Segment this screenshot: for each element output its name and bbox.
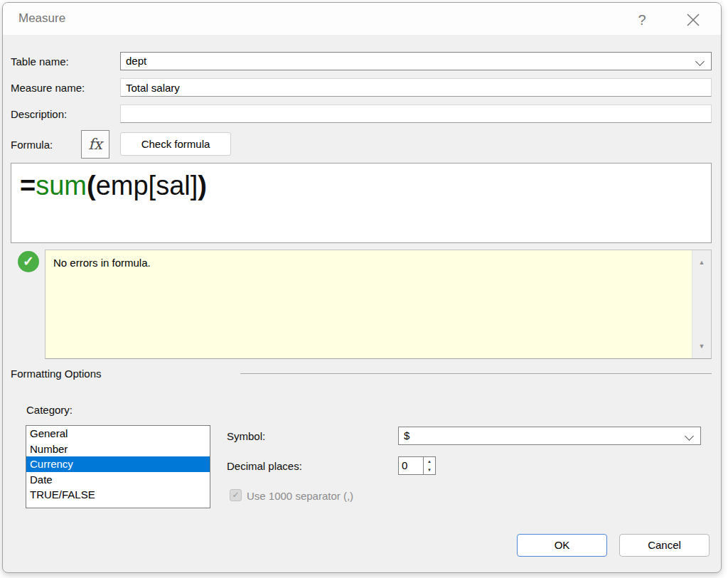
- success-check-icon: ✓: [18, 251, 39, 272]
- formula-segment: =: [20, 171, 36, 200]
- spin-down-icon[interactable]: ▼: [424, 468, 435, 472]
- formula-segment: emp[sal]: [96, 171, 198, 200]
- category-label: Category:: [26, 404, 73, 416]
- formula-editor[interactable]: =sum(emp[sal]): [11, 163, 712, 243]
- category-option-currency[interactable]: Currency: [26, 456, 210, 472]
- measure-dialog: Measure ? Table name: dept Measure name:…: [2, 2, 722, 573]
- category-option-true-false[interactable]: TRUE/FALSE: [26, 487, 210, 503]
- spinner-buttons: ▲ ▼: [423, 456, 436, 475]
- symbol-value: $: [404, 429, 410, 441]
- check-formula-button[interactable]: Check formula: [120, 132, 231, 156]
- scroll-down-icon[interactable]: ▼: [692, 343, 711, 350]
- validation-message: No errors in formula.: [53, 257, 151, 269]
- decimal-places-label: Decimal places:: [227, 460, 302, 472]
- help-icon[interactable]: ?: [631, 9, 653, 31]
- section-divider: [240, 373, 712, 374]
- formula-segment: sum: [36, 171, 87, 200]
- category-option-date[interactable]: Date: [26, 472, 210, 488]
- chevron-down-icon: [695, 57, 705, 66]
- fx-icon: fx: [88, 136, 102, 153]
- symbol-dropdown[interactable]: $: [398, 427, 701, 445]
- category-option-general[interactable]: General: [26, 426, 210, 441]
- category-listbox: General Number Currency Date TRUE/FALSE: [26, 425, 210, 508]
- dialog-title: Measure: [18, 11, 65, 26]
- validation-message-box: No errors in formula. ▲ ▼: [45, 250, 712, 359]
- table-name-dropdown[interactable]: dept: [120, 52, 712, 70]
- measure-name-label: Measure name:: [11, 82, 85, 94]
- scroll-up-icon[interactable]: ▲: [692, 259, 711, 266]
- chevron-down-icon: [685, 432, 694, 441]
- decimal-places-value[interactable]: 0: [398, 456, 424, 475]
- screenshot-stage: Measure ? Table name: dept Measure name:…: [0, 0, 728, 578]
- close-icon[interactable]: [680, 9, 706, 31]
- description-input[interactable]: [120, 105, 712, 123]
- message-scrollbar[interactable]: ▲ ▼: [692, 250, 711, 358]
- formatting-options-heading: Formatting Options: [11, 368, 102, 380]
- use-1000-separator-label: Use 1000 separator (,): [247, 490, 353, 502]
- formula-label: Formula:: [11, 139, 53, 151]
- cancel-button[interactable]: Cancel: [619, 534, 710, 557]
- formula-segment: ): [198, 171, 207, 200]
- measure-name-input[interactable]: [120, 78, 712, 97]
- category-option-number[interactable]: Number: [26, 441, 210, 457]
- description-label: Description:: [11, 108, 67, 120]
- insert-function-button[interactable]: fx: [81, 130, 109, 159]
- table-name-value: dept: [126, 55, 146, 67]
- symbol-label: Symbol:: [227, 430, 265, 442]
- formula-segment: (: [87, 171, 96, 200]
- title-bar: Measure ?: [3, 3, 721, 35]
- ok-button[interactable]: OK: [517, 534, 607, 557]
- checkbox-check-icon: ✓: [232, 490, 239, 500]
- table-name-label: Table name:: [11, 55, 69, 68]
- spin-up-icon[interactable]: ▲: [424, 459, 435, 464]
- use-1000-separator-checkbox[interactable]: ✓: [230, 489, 242, 501]
